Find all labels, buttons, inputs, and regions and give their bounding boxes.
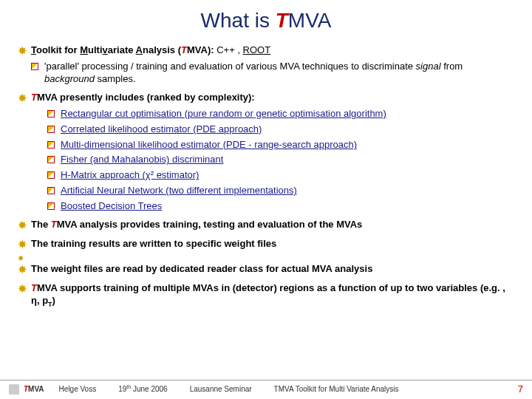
square-icon — [47, 187, 55, 194]
method-label: Fisher (and Mahalanobis) discriminant — [61, 154, 514, 166]
star-icon: ✸ — [18, 238, 31, 251]
footer-brand: TMVA — [24, 385, 44, 393]
method-label: Boosted Decision Trees — [61, 200, 514, 213]
slide-content: ✸ Toolkit for Multivariate Analysis (TMV… — [0, 33, 532, 309]
square-icon — [47, 110, 55, 117]
bullet-analysis: ✸ The TMVA analysis provides training, t… — [18, 219, 514, 232]
square-icon — [47, 141, 55, 149]
slide-title: What is TMVA — [0, 0, 532, 33]
star-icon: ✸ — [18, 219, 31, 232]
bullet-weight-files: ✸ The training results are written to sp… — [18, 238, 514, 251]
footer-date: 19th June 2006 — [118, 384, 167, 393]
star-icon: ✸ — [18, 263, 31, 276]
method-label: Multi-dimensional likelihood estimator (… — [61, 139, 514, 151]
footer-desc: TMVA Toolkit for Multi Variate Analysis — [274, 385, 518, 393]
method-item: Boosted Decision Trees — [34, 200, 514, 213]
method-label: H-Matrix approach (χ² estimator) — [61, 169, 514, 182]
method-item: Correlated likelihood estimator (PDE app… — [34, 123, 514, 136]
square-icon — [47, 171, 55, 179]
bullet-regions: ✸ TMVA supports training of multiple MVA… — [18, 282, 514, 309]
star-icon: ✸ — [18, 254, 31, 263]
square-icon — [47, 202, 55, 210]
method-item: Rectangular cut optimisation (pure rando… — [34, 108, 514, 120]
sub-bullet-parallel: 'parallel' processing / training and eva… — [18, 61, 514, 86]
bullet-reader: ✸ The weight files are read by dedicated… — [18, 263, 514, 276]
method-item: Artificial Neural Network (two different… — [34, 185, 514, 197]
footer-event: Lausanne Seminar — [190, 385, 252, 393]
square-icon — [47, 156, 55, 163]
page-number: 7 — [518, 383, 523, 395]
bullet-toolkit: ✸ Toolkit for Multivariate Analysis (TMV… — [18, 44, 514, 58]
method-item: Multi-dimensional likelihood estimator (… — [34, 139, 514, 151]
methods-list: Rectangular cut optimisation (pure rando… — [34, 108, 514, 213]
method-item: Fisher (and Mahalanobis) discriminant — [34, 154, 514, 166]
star-icon: ✸ — [18, 282, 31, 296]
method-label: Correlated likelihood estimator (PDE app… — [61, 123, 514, 136]
square-icon — [31, 63, 38, 70]
method-item: H-Matrix approach (χ² estimator) — [34, 169, 514, 182]
method-label: Artificial Neural Network (two different… — [61, 185, 514, 197]
square-icon — [47, 126, 55, 133]
bullet-includes: ✸ TMVA presently includes (ranked by com… — [18, 92, 514, 105]
method-label: Rectangular cut optimisation (pure rando… — [61, 108, 514, 120]
footer-author: Helge Voss — [59, 385, 97, 393]
bullet-spacer: ✸ — [18, 254, 514, 263]
slide-footer: TMVA Helge Voss 19th June 2006 Lausanne … — [0, 380, 532, 395]
star-icon: ✸ — [18, 92, 31, 105]
logo-icon — [9, 384, 19, 395]
star-icon: ✸ — [18, 44, 31, 58]
